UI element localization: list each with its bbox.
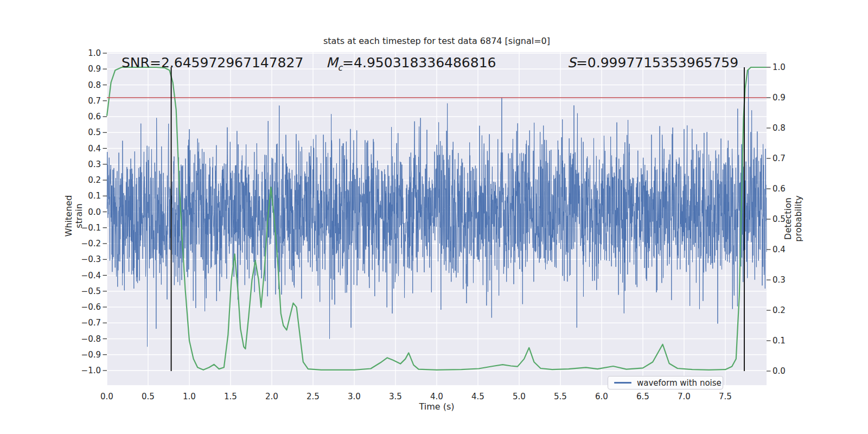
y-tick-label-left: −0.4 bbox=[69, 271, 101, 280]
annotation-snr: SNR=2.645972967147827 bbox=[122, 55, 303, 71]
y-tick-label-left: −0.3 bbox=[69, 254, 101, 264]
y-tick-label-right: 0.0 bbox=[773, 366, 805, 376]
legend-label: waveform with noise bbox=[637, 378, 722, 388]
y-tick-label-right: 0.9 bbox=[773, 93, 805, 103]
y-tick-label-left: −0.2 bbox=[69, 239, 101, 248]
annotation-chirp-mass-label: M bbox=[326, 55, 338, 71]
x-tick-label: 0.0 bbox=[95, 392, 119, 401]
annotation-chirp-mass-value: =4.950318336486816 bbox=[342, 55, 496, 71]
x-tick-label: 5.0 bbox=[507, 392, 531, 401]
y-tick-label-left: 0.2 bbox=[69, 175, 101, 185]
y-tick-label-right: 0.7 bbox=[773, 154, 805, 163]
annotation-chirp-mass: Mc=4.950318336486816 bbox=[326, 55, 496, 73]
annotation-s-stat-label: S bbox=[567, 55, 576, 71]
y-tick-label-left: −0.8 bbox=[69, 334, 101, 344]
legend-line-sample bbox=[614, 382, 631, 383]
y-tick-label-left: −0.6 bbox=[69, 302, 101, 312]
y-tick-label-right: 0.6 bbox=[773, 184, 805, 194]
x-tick-label: 1.0 bbox=[177, 392, 201, 401]
annotation-snr-label: SNR bbox=[122, 55, 150, 71]
y-tick-label-left: 0.7 bbox=[69, 96, 101, 106]
x-axis-label: Time (s) bbox=[382, 401, 491, 412]
y-tick-label-left: 0.3 bbox=[69, 159, 101, 169]
y-tick-label-left: 0.6 bbox=[69, 112, 101, 122]
x-tick-label: 1.5 bbox=[219, 392, 242, 401]
y-tick-label-left: −0.9 bbox=[69, 350, 101, 360]
annotation-s-stat-value: =0.9997715353965759 bbox=[576, 55, 738, 71]
y-tick-label-right: 0.8 bbox=[773, 123, 805, 133]
annotation-s-stat: S=0.9997715353965759 bbox=[567, 55, 738, 71]
x-tick-label: 3.0 bbox=[342, 392, 366, 401]
y-tick-label-right: 1.0 bbox=[773, 62, 805, 72]
x-tick-label: 2.0 bbox=[260, 392, 284, 401]
y-tick-label-right: 0.5 bbox=[773, 214, 805, 224]
x-tick-label: 0.5 bbox=[136, 392, 160, 401]
x-tick-label: 2.5 bbox=[301, 392, 325, 401]
y-tick-label-right: 0.3 bbox=[773, 275, 805, 285]
y-tick-label-left: 0.1 bbox=[69, 191, 101, 201]
x-tick-label: 4.5 bbox=[466, 392, 490, 401]
x-tick-label: 3.5 bbox=[384, 392, 407, 401]
x-tick-label: 6.0 bbox=[590, 392, 614, 401]
figure: stats at each timestep for test data 687… bbox=[0, 0, 868, 434]
y-tick-label-right: 0.2 bbox=[773, 305, 805, 315]
x-tick-label: 4.0 bbox=[425, 392, 449, 401]
y-tick-label-left: −0.5 bbox=[69, 286, 101, 296]
y-tick-label-left: 0.4 bbox=[69, 144, 101, 154]
y-tick-label-left: 0.5 bbox=[69, 127, 101, 137]
x-tick-label: 6.5 bbox=[631, 392, 655, 401]
y-tick-label-left: 1.0 bbox=[69, 48, 101, 58]
y-tick-label-left: 0.8 bbox=[69, 80, 101, 90]
x-tick-label: 7.5 bbox=[713, 392, 737, 401]
x-tick-label: 7.0 bbox=[672, 392, 696, 401]
y-tick-label-left: −1.0 bbox=[69, 366, 101, 375]
y-tick-label-right: 0.1 bbox=[773, 336, 805, 346]
y-tick-label-left: 0.0 bbox=[69, 207, 101, 217]
annotation-snr-value: =2.645972967147827 bbox=[150, 55, 303, 71]
legend: waveform with noise bbox=[608, 376, 723, 390]
y-tick-label-left: −0.1 bbox=[69, 223, 101, 233]
annotation-chirp-mass-sub: c bbox=[338, 63, 343, 73]
chart-title: stats at each timestep for test data 687… bbox=[274, 36, 599, 46]
y-tick-label-right: 0.4 bbox=[773, 245, 805, 254]
y-tick-label-left: −0.7 bbox=[69, 318, 101, 328]
y-tick-label-left: 0.9 bbox=[69, 64, 101, 74]
x-tick-label: 5.5 bbox=[548, 392, 572, 401]
